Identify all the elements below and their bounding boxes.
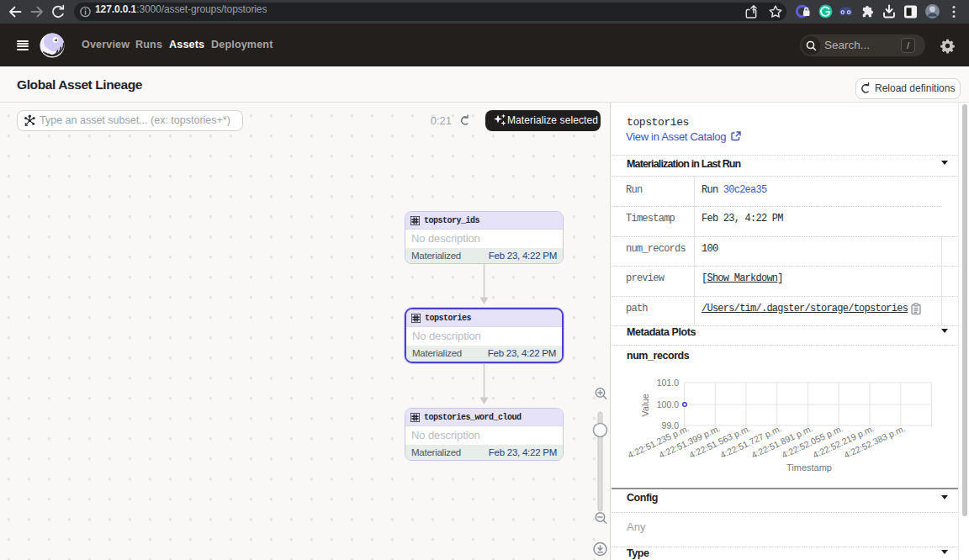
svg-text:Timestamp: Timestamp [786,462,832,473]
svg-text:Value: Value [640,394,650,416]
svg-text:101.0: 101.0 [657,378,679,388]
svg-text:100.0: 100.0 [657,399,679,409]
